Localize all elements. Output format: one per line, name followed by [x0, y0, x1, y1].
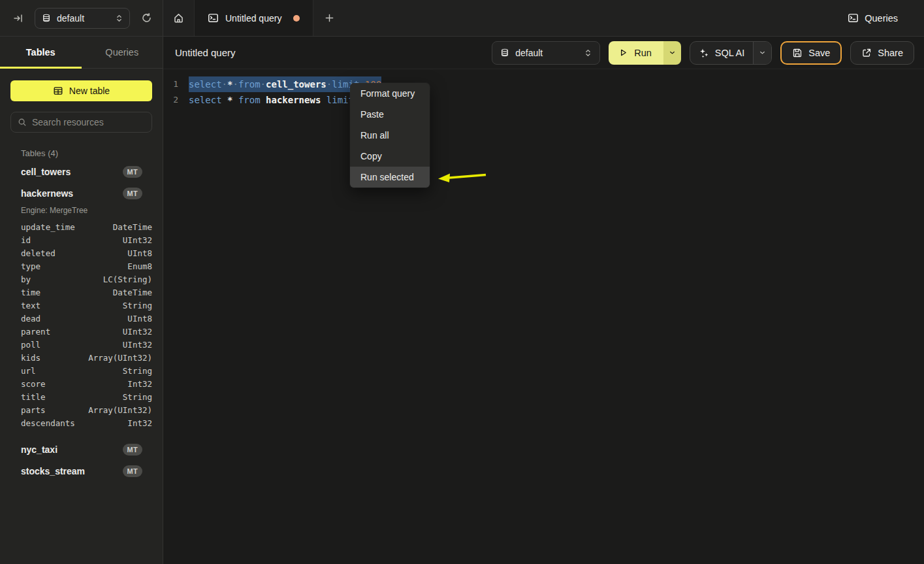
column-type: String	[123, 301, 152, 310]
column-name: parts	[21, 405, 46, 415]
column-name: deleted	[21, 248, 56, 258]
database-selector[interactable]: default	[35, 8, 130, 29]
unsaved-indicator-dot	[293, 15, 300, 22]
new-table-button[interactable]: New table	[10, 80, 152, 101]
column-row: parentUInt32	[10, 325, 152, 338]
column-type: String	[123, 366, 152, 376]
share-button[interactable]: Share	[850, 41, 914, 65]
search-input[interactable]	[32, 117, 150, 127]
column-type: UInt32	[123, 235, 152, 245]
tabstrip: Untitled query	[163, 0, 345, 36]
home-icon	[173, 12, 184, 24]
column-name: score	[21, 379, 46, 389]
new-tab-button[interactable]	[313, 0, 345, 36]
sql-editor[interactable]: 1select·*·from·cell_towers·limit·1002sel…	[163, 69, 924, 108]
column-type: DateTime	[113, 288, 152, 297]
query-title: Untitled query	[175, 47, 236, 58]
app-window: default Untitled query	[0, 0, 924, 564]
line-number: 2	[163, 92, 178, 108]
column-type: DateTime	[113, 222, 152, 232]
column-name: title	[21, 392, 46, 402]
chevron-down-icon	[759, 49, 766, 56]
engine-badge: MT	[123, 444, 142, 456]
database-icon	[42, 13, 51, 23]
table-row-cell-towers[interactable]: cell_towers MT	[10, 161, 152, 182]
column-name: id	[21, 235, 31, 245]
column-row: deletedUInt8	[10, 246, 152, 259]
save-button-label: Save	[808, 48, 830, 58]
terminal-icon	[848, 12, 859, 24]
column-type: Int32	[127, 379, 152, 389]
active-tab-underline	[0, 67, 82, 69]
main-panel: Untitled query default	[163, 37, 924, 564]
save-icon	[792, 48, 803, 58]
table-name: hackernews	[21, 188, 73, 199]
new-table-label: New table	[69, 86, 110, 96]
chevron-up-down-icon	[584, 48, 592, 58]
sql-ai-label: SQL AI	[715, 48, 744, 58]
column-type: UInt32	[123, 340, 152, 350]
column-row: urlString	[10, 364, 152, 377]
sparkles-icon	[699, 48, 709, 58]
column-type: UInt32	[123, 327, 152, 337]
tab-untitled-query[interactable]: Untitled query	[194, 0, 313, 36]
table-row-hackernews[interactable]: hackernews MT	[10, 182, 152, 204]
play-icon	[618, 48, 628, 58]
column-row: textString	[10, 299, 152, 312]
column-row: titleString	[10, 390, 152, 403]
save-button[interactable]: Save	[780, 41, 842, 65]
column-row: update_timeDateTime	[10, 220, 152, 233]
engine-badge: MT	[123, 166, 142, 178]
run-options-button[interactable]	[663, 41, 681, 65]
sidebar-tabs: Tables Queries	[0, 37, 163, 69]
column-name: kids	[21, 353, 40, 363]
tab-title: Untitled query	[225, 13, 281, 24]
column-type: UInt8	[127, 314, 152, 323]
toolbar-database-selector[interactable]: default	[492, 41, 600, 65]
column-name: type	[21, 261, 40, 271]
column-row: pollUInt32	[10, 338, 152, 351]
sidebar-body: New table Tables (4) cell_towers MT hack…	[0, 80, 163, 482]
code-line[interactable]: 2select * from hackernews limit	[163, 92, 924, 108]
run-button[interactable]: Run	[609, 41, 663, 65]
database-icon	[500, 48, 509, 58]
column-row: timeDateTime	[10, 286, 152, 299]
share-button-label: Share	[878, 48, 903, 58]
column-row: descendantsInt32	[10, 416, 152, 429]
context-menu: Format queryPasteRun allCopyRun selected	[350, 83, 430, 188]
sql-ai-button[interactable]: SQL AI	[690, 42, 753, 64]
search-icon	[18, 118, 27, 127]
collapse-sidebar-icon[interactable]	[12, 12, 25, 25]
refresh-icon[interactable]	[140, 11, 153, 25]
menu-item-format-query[interactable]: Format query	[350, 83, 430, 104]
table-row-stocks-stream[interactable]: stocks_stream MT	[10, 460, 152, 482]
column-name: update_time	[21, 222, 75, 232]
sidebar-tab-tables[interactable]: Tables	[0, 37, 82, 68]
sidebar: Tables Queries New table Tables (4) cell…	[0, 37, 163, 564]
column-name: parent	[21, 327, 50, 337]
sql-ai-options-button[interactable]	[753, 42, 771, 64]
menu-item-run-all[interactable]: Run all	[350, 125, 430, 146]
column-name: by	[21, 274, 31, 284]
home-tab[interactable]	[163, 0, 194, 36]
engine-badge: MT	[123, 188, 142, 199]
sidebar-tab-queries[interactable]: Queries	[82, 37, 163, 68]
column-type: Int32	[127, 418, 152, 428]
chevron-up-down-icon	[116, 14, 123, 23]
code-line[interactable]: 1select·*·from·cell_towers·limit·100	[163, 76, 924, 92]
column-type: String	[123, 392, 152, 402]
menu-item-paste[interactable]: Paste	[350, 104, 430, 125]
table-name: nyc_taxi	[21, 444, 57, 455]
menu-item-run-selected[interactable]: Run selected	[350, 167, 430, 188]
table-name: stocks_stream	[21, 466, 85, 476]
column-row: partsArray(UInt32)	[10, 403, 152, 416]
queries-button[interactable]: Queries	[848, 12, 898, 24]
table-row-nyc-taxi[interactable]: nyc_taxi MT	[10, 439, 152, 460]
code-text[interactable]: select * from hackernews limit	[189, 92, 354, 108]
column-row: byLC(String)	[10, 273, 152, 286]
queries-button-label: Queries	[865, 13, 898, 24]
line-number: 1	[163, 76, 178, 92]
column-type: Enum8	[127, 261, 152, 271]
engine-badge: MT	[123, 465, 142, 477]
menu-item-copy[interactable]: Copy	[350, 146, 430, 167]
